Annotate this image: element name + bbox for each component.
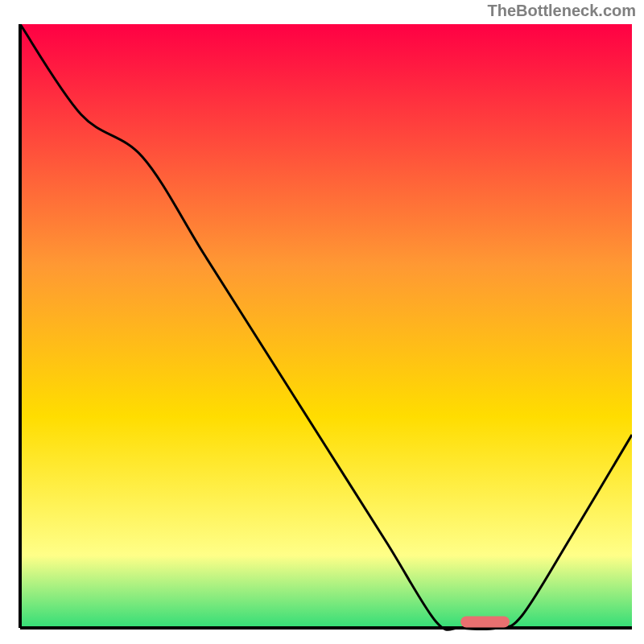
chart-svg [12, 24, 632, 636]
bottleneck-chart [12, 24, 632, 636]
watermark-text: TheBottleneck.com [488, 2, 636, 20]
gradient-background [20, 24, 632, 628]
optimal-marker [460, 617, 510, 628]
